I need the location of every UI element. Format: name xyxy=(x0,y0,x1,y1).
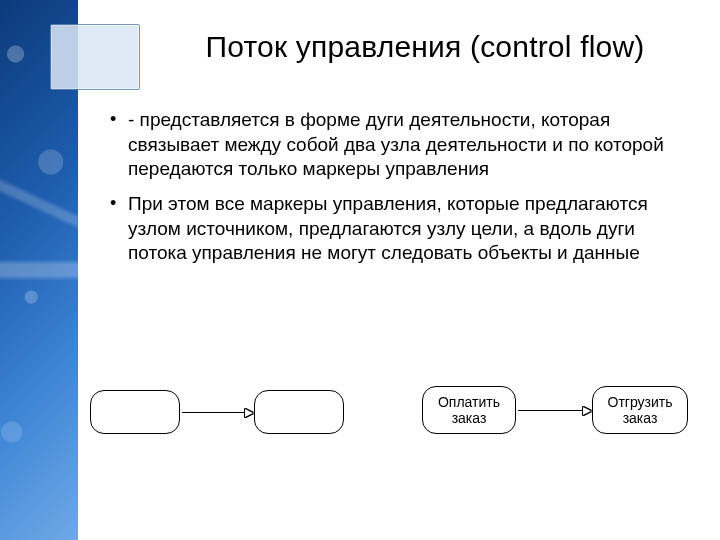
activity-node-blank-2 xyxy=(254,390,344,434)
activity-node-blank-1 xyxy=(90,390,180,434)
slide-content: - представляется в форме дуги деятельнос… xyxy=(96,108,690,276)
diagram: Оплатить заказ Отгрузить заказ xyxy=(90,380,690,480)
bullet-list: - представляется в форме дуги деятельнос… xyxy=(96,108,690,266)
slide-title: Поток управления (control flow) xyxy=(160,30,690,64)
decorative-title-tab xyxy=(50,24,140,90)
bullet-item: При этом все маркеры управления, которые… xyxy=(114,192,690,266)
control-flow-arrow xyxy=(518,410,590,411)
slide: Поток управления (control flow) - предст… xyxy=(0,0,720,540)
activity-node-pay-order: Оплатить заказ xyxy=(422,386,516,434)
activity-node-ship-order: Отгрузить заказ xyxy=(592,386,688,434)
bullet-item: - представляется в форме дуги деятельнос… xyxy=(114,108,690,182)
control-flow-arrow xyxy=(182,412,252,413)
